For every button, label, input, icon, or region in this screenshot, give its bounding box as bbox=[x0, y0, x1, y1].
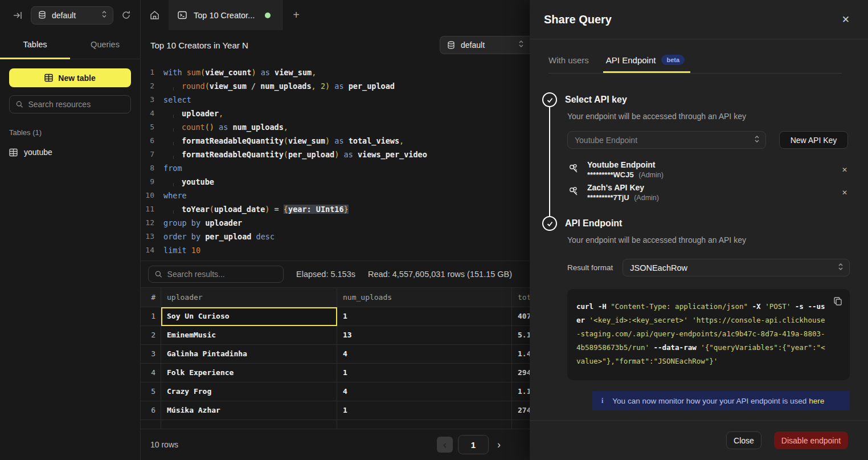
cell-uploader[interactable]: EminemMusic bbox=[161, 326, 337, 345]
cell-uploader[interactable]: Soy Un Curioso bbox=[161, 307, 337, 326]
new-tab-button[interactable]: + bbox=[282, 0, 310, 30]
sql-code-editor[interactable]: 1with sum(view_count) as view_sum,2round… bbox=[141, 60, 530, 260]
code-line[interactable]: 12group by uploader bbox=[141, 216, 530, 230]
cell-total-views[interactable]: 5.1 bbox=[512, 326, 530, 345]
cell-total-views[interactable]: 294 bbox=[512, 364, 530, 382]
empty-cell bbox=[512, 420, 530, 429]
close-icon[interactable]: ✕ bbox=[842, 14, 850, 26]
row-index: 5 bbox=[141, 382, 161, 401]
step2-check-icon bbox=[542, 216, 557, 231]
table-row: 2EminemMusic135.1 bbox=[141, 326, 530, 345]
copy-icon[interactable] bbox=[833, 296, 842, 308]
api-endpoint-heading: API Endpoint bbox=[565, 218, 622, 229]
close-button[interactable]: Close bbox=[726, 431, 761, 449]
code-token: youtube bbox=[182, 177, 214, 186]
topbar: default Top 10 Creator... bbox=[0, 0, 530, 30]
new-table-button[interactable]: New table bbox=[9, 68, 131, 87]
code-line[interactable]: 9youtube bbox=[141, 175, 530, 189]
editor-database-selector[interactable]: default bbox=[440, 36, 530, 54]
current-page[interactable]: 1 bbox=[458, 435, 489, 454]
code-line[interactable]: 13order by per_upload desc bbox=[141, 230, 530, 243]
line-number: 2 bbox=[141, 79, 163, 93]
cell-num-uploads[interactable]: 13 bbox=[337, 326, 512, 345]
col-num-uploads[interactable]: num_uploads bbox=[337, 288, 512, 307]
collapse-sidebar-icon[interactable] bbox=[13, 10, 23, 21]
col-total-views[interactable]: tot bbox=[512, 288, 530, 307]
code-line[interactable]: 8from bbox=[141, 161, 530, 175]
new-table-label: New table bbox=[58, 74, 95, 83]
code-token: 10 bbox=[191, 246, 200, 255]
code-token: sum bbox=[187, 68, 200, 77]
home-button[interactable] bbox=[141, 0, 169, 30]
results-search-input[interactable] bbox=[167, 270, 277, 279]
code-token: = bbox=[269, 205, 283, 214]
query-tab-title: Top 10 Creator... bbox=[194, 11, 255, 20]
new-api-key-button[interactable]: New API Key bbox=[779, 131, 848, 149]
code-token: count bbox=[182, 123, 205, 132]
code-token: views_per_video bbox=[358, 150, 427, 159]
code-token: , bbox=[312, 68, 316, 77]
code-token: ) bbox=[325, 82, 330, 91]
col-index[interactable]: # bbox=[141, 288, 161, 307]
code-line[interactable]: 4uploader, bbox=[141, 107, 530, 120]
cell-total-views[interactable]: 1.4 bbox=[512, 345, 530, 364]
code-line[interactable]: 6formatReadableQuantity(view_sum) as tot… bbox=[141, 134, 530, 148]
code-line[interactable]: 14limit 10 bbox=[141, 243, 530, 257]
cell-total-views[interactable]: 274 bbox=[512, 401, 530, 420]
cell-total-views[interactable]: 1.1 bbox=[512, 382, 530, 401]
code-token: order by bbox=[163, 232, 205, 241]
table-row: 3Galinha Pintadinha41.4 bbox=[141, 345, 530, 364]
code-line[interactable]: 10where bbox=[141, 189, 530, 202]
code-line[interactable]: 5count() as num_uploads, bbox=[141, 120, 530, 134]
table-row-partial bbox=[141, 420, 530, 429]
tab-with-users[interactable]: With users bbox=[548, 55, 589, 73]
tab-api-endpoint[interactable]: API Endpoint beta bbox=[606, 55, 685, 73]
next-page-button[interactable]: › bbox=[494, 439, 504, 451]
code-line[interactable]: 2round(view_sum / num_uploads, 2) as per… bbox=[141, 79, 530, 93]
code-line-content: where bbox=[163, 189, 187, 202]
select-api-key-heading: Select API key bbox=[565, 95, 627, 105]
result-format-dropdown[interactable]: JSONEachRow bbox=[623, 259, 850, 276]
cell-total-views[interactable]: 407 bbox=[512, 307, 530, 326]
resource-search-input[interactable] bbox=[28, 100, 124, 109]
cell-num-uploads[interactable]: 1 bbox=[337, 364, 512, 382]
table-row: 1Soy Un Curioso1407 bbox=[141, 307, 530, 326]
remove-key-icon[interactable]: ✕ bbox=[840, 186, 850, 199]
code-line-content: from bbox=[163, 161, 182, 175]
row-index: 3 bbox=[141, 345, 161, 364]
sidebar-item-youtube[interactable]: youtube bbox=[5, 144, 136, 160]
cell-uploader[interactable]: Músika Azhar bbox=[161, 401, 337, 420]
query-tab[interactable]: Top 10 Creator... bbox=[169, 0, 282, 30]
cell-uploader[interactable]: Crazy Frog bbox=[161, 382, 337, 401]
disable-endpoint-button[interactable]: Disable endpoint bbox=[774, 431, 848, 449]
tab-tables[interactable]: Tables bbox=[0, 30, 70, 59]
remove-key-icon[interactable]: ✕ bbox=[840, 164, 850, 176]
cell-num-uploads[interactable]: 4 bbox=[337, 345, 512, 364]
prev-page-button[interactable]: ‹ bbox=[437, 437, 453, 453]
table-name: youtube bbox=[24, 148, 52, 157]
database-selector[interactable]: default bbox=[31, 6, 113, 25]
api-key-dropdown[interactable]: Youtube Endpoint bbox=[567, 131, 766, 149]
cell-num-uploads[interactable]: 4 bbox=[337, 382, 512, 401]
code-token: round bbox=[182, 82, 205, 91]
code-line[interactable]: 7formatReadableQuantity(per_upload) as v… bbox=[141, 148, 530, 161]
cell-num-uploads[interactable]: 1 bbox=[337, 307, 512, 326]
chevron-updown-icon bbox=[838, 263, 844, 273]
refresh-icon[interactable] bbox=[121, 10, 131, 20]
code-line[interactable]: 3select bbox=[141, 93, 530, 107]
code-line[interactable]: 1with sum(view_count) as view_sum, bbox=[141, 66, 530, 79]
api-key-row: Youtube Endpoint*********WCJ5 (Admin)✕ bbox=[567, 158, 850, 181]
banner-here-link[interactable]: here bbox=[809, 397, 824, 405]
code-line[interactable]: 11toYear(upload_date) = {year: UInt16} bbox=[141, 202, 530, 216]
chevron-updown-icon bbox=[754, 135, 760, 145]
code-line-content: formatReadableQuantity(per_upload) as vi… bbox=[163, 148, 427, 161]
tab-queries[interactable]: Queries bbox=[70, 30, 140, 59]
cell-num-uploads[interactable]: 1 bbox=[337, 401, 512, 420]
row-index: 1 bbox=[141, 307, 161, 326]
code-line-content: group by uploader bbox=[163, 216, 242, 230]
code-token: select bbox=[163, 95, 191, 104]
api-key-masked: *********WCJ5 (Admin) bbox=[587, 170, 664, 180]
cell-uploader[interactable]: Folk Experience bbox=[161, 364, 337, 382]
cell-uploader[interactable]: Galinha Pintadinha bbox=[161, 345, 337, 364]
col-uploader[interactable]: uploader bbox=[161, 288, 337, 307]
